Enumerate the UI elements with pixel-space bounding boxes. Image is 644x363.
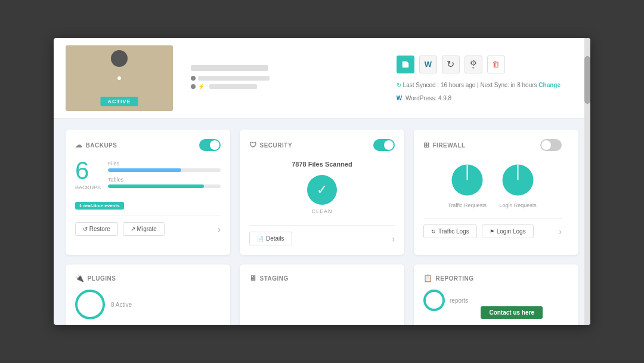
plugins-icon: 🔌: [75, 274, 85, 282]
tables-bar-row: Tables: [108, 177, 221, 188]
contact-banner[interactable]: Contact us here: [481, 306, 543, 319]
restore-button[interactable]: ↺ Restore: [75, 222, 118, 236]
toggle-knob: [210, 140, 219, 150]
shield-icon: ✓: [307, 175, 337, 205]
url-text: [198, 76, 270, 81]
backup-action-btn[interactable]: [397, 56, 414, 73]
clean-label: CLEAN: [311, 208, 332, 214]
cards-row-top: ☁ BACKUPS 6 BACKUPS Files: [66, 130, 578, 255]
plugins-circle: [75, 290, 105, 319]
scrollbar[interactable]: [584, 38, 590, 325]
backups-bars: Files Tables: [108, 158, 221, 193]
reporting-title: 📋 REPORTING: [423, 274, 473, 282]
security-card: 🛡 SECURITY 7878 Files Scanned ✓ CLEAN: [240, 130, 404, 255]
wp-version: W WordPress: 4.9.8: [397, 95, 451, 101]
backups-actions: ↺ Restore ↗ Migrate ›: [75, 216, 221, 236]
details-icon: 📄: [257, 236, 264, 242]
files-bar-row: Files: [108, 161, 221, 172]
firewall-actions: ↻ Traffic Logs ⚑ Login Logs ›: [423, 218, 562, 238]
plugins-body: 8 Active: [75, 290, 221, 319]
backups-icon: ☁: [75, 141, 83, 149]
wp-icon: W: [397, 95, 402, 101]
toggle-knob-firewall: [541, 140, 551, 150]
firewall-charts: Traffic Requests Login Requests: [423, 158, 562, 212]
plugins-title: 🔌 PLUGINS: [75, 274, 116, 282]
reporting-icon: 📋: [423, 274, 433, 282]
firewall-card-header: ⊞ FIREWALL: [423, 139, 562, 151]
login-donut-wrap: Login Requests: [499, 161, 537, 208]
staging-card: 🖥 STAGING: [240, 264, 404, 325]
tables-bar-fill: [108, 184, 204, 188]
tables-bar-track: [108, 184, 221, 188]
staging-card-header: 🖥 STAGING: [249, 274, 395, 282]
storage-dot: [191, 84, 196, 89]
traffic-donut-wrap: Traffic Requests: [448, 161, 487, 208]
firewall-chevron[interactable]: ›: [559, 227, 562, 236]
staging-icon: 🖥: [249, 274, 257, 282]
plugins-card: 🔌 PLUGINS 8 Active: [66, 264, 230, 325]
firewall-title: ⊞ FIREWALL: [423, 141, 466, 149]
site-thumbnail: ACTIVE: [66, 45, 173, 111]
thumbnail-dot: [117, 76, 121, 80]
backups-label: BACKUPS: [75, 184, 101, 190]
content-area: ☁ BACKUPS 6 BACKUPS Files: [54, 119, 590, 325]
login-donut-chart: [499, 161, 537, 199]
files-bar-track: [108, 168, 221, 172]
plugins-card-header: 🔌 PLUGINS: [75, 274, 221, 282]
firewall-card: ⊞ FIREWALL Traffic Requests: [414, 130, 578, 255]
security-toggle[interactable]: [373, 139, 395, 151]
reporting-card-header: 📋 REPORTING: [423, 274, 562, 282]
site-info: ⚡: [185, 65, 385, 91]
backups-chevron[interactable]: ›: [218, 224, 221, 234]
refresh-action-btn[interactable]: ↻: [442, 56, 460, 73]
login-requests-label: Login Requests: [499, 202, 537, 208]
site-actions: W ↻ ⚙ ▼ 🗑 ↻ Last Synced : 16 hours ago |…: [397, 56, 578, 101]
login-logs-icon: ⚑: [490, 229, 494, 235]
firewall-toggle[interactable]: [540, 139, 562, 151]
scrollbar-thumb[interactable]: [584, 56, 590, 104]
settings-action-btn[interactable]: ⚙ ▼: [465, 56, 482, 73]
files-bar-label: Files: [108, 161, 221, 167]
plugins-active-label: 8 Active: [111, 302, 132, 308]
security-title: 🛡 SECURITY: [249, 141, 292, 149]
realtime-badge-wrap: 1 real-time events: [75, 199, 221, 210]
tables-bar-label: Tables: [108, 177, 221, 183]
backups-toggle[interactable]: [199, 139, 221, 151]
reporting-reports-label: reports: [450, 297, 468, 304]
backups-card: ☁ BACKUPS 6 BACKUPS Files: [66, 130, 230, 255]
security-body: 7878 Files Scanned ✓ CLEAN: [249, 158, 395, 219]
active-badge: ACTIVE: [100, 97, 138, 106]
details-button[interactable]: 📄 Details: [249, 232, 292, 245]
migrate-button[interactable]: ↗ Migrate: [123, 222, 165, 236]
site-favicon: [111, 50, 128, 67]
delete-action-btn[interactable]: 🗑: [487, 56, 505, 73]
wordpress-action-btn[interactable]: W: [419, 56, 437, 73]
traffic-requests-label: Traffic Requests: [448, 202, 487, 208]
backups-body: 6 BACKUPS Files Tables: [75, 158, 221, 193]
change-link[interactable]: Change: [538, 82, 561, 88]
realtime-badge: 1 real-time events: [75, 202, 124, 210]
backups-count-section: 6 BACKUPS: [75, 158, 101, 190]
storage-text: [209, 84, 257, 89]
traffic-donut-chart: [448, 161, 487, 199]
traffic-logs-icon: ↻: [431, 229, 436, 235]
security-icon: 🛡: [249, 141, 257, 149]
security-actions: 📄 Details ›: [249, 225, 395, 245]
site-storage: ⚡: [191, 84, 385, 90]
traffic-logs-button[interactable]: ↻ Traffic Logs: [423, 224, 477, 238]
files-scanned: 7878 Files Scanned: [292, 161, 352, 168]
files-bar-fill: [108, 168, 181, 172]
toggle-knob-security: [384, 140, 394, 150]
backups-title: ☁ BACKUPS: [75, 141, 117, 149]
staging-title: 🖥 STAGING: [249, 274, 289, 282]
security-card-header: 🛡 SECURITY: [249, 139, 395, 151]
security-chevron[interactable]: ›: [392, 234, 395, 244]
backups-count: 6: [75, 158, 101, 183]
site-name: [191, 65, 268, 71]
sync-info: ↻ Last Synced : 16 hours ago | Next Sync…: [397, 82, 561, 88]
reporting-circle: [423, 290, 445, 311]
firewall-icon: ⊞: [423, 141, 430, 149]
login-logs-button[interactable]: ⚑ Login Logs: [482, 224, 534, 238]
main-window: ACTIVE ⚡ W ↻ ⚙ ▼: [54, 38, 590, 325]
action-icons-row: W ↻ ⚙ ▼ 🗑: [397, 56, 505, 73]
